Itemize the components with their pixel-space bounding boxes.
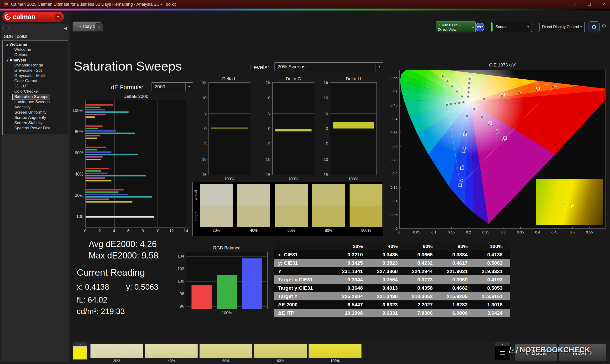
rgb-xlabel: 100%	[186, 311, 268, 315]
meter-selector[interactable]: X-Rite i1Pro 2 Direct View ▼	[436, 21, 476, 32]
patch-swatch-40%[interactable]	[145, 344, 198, 358]
deltaC-plot	[272, 82, 314, 175]
sidebar-item-screen-stability[interactable]: Screen Stability	[13, 120, 44, 126]
cie-xtick-label: 0.25	[481, 230, 491, 234]
rgb-bar-green	[217, 275, 237, 309]
results-table: 20%40%60%80%100%x: CIE310.32100.34350.36…	[274, 242, 510, 317]
back-label: Back	[531, 349, 546, 356]
value-cell: 213.6151	[475, 292, 510, 300]
sidebar-item-saturation-sweeps[interactable]: Saturation Sweeps	[13, 94, 50, 100]
row-label-cell: ΔE 2000	[274, 300, 335, 309]
expander-icon[interactable]: ◢	[6, 43, 8, 46]
workspace-gear-icon[interactable]: ⚙	[601, 23, 606, 29]
cie-measured-marker	[441, 75, 444, 78]
minimize-button[interactable]: −	[572, 2, 578, 7]
add-tab-button[interactable]: +	[95, 23, 104, 31]
sidebar-item-luminance-sweeps[interactable]: Luminance Sweeps	[13, 100, 51, 105]
axis-tick-label: 98	[171, 292, 184, 296]
grid-line	[330, 144, 376, 144]
patch-swatch-100%[interactable]	[309, 344, 362, 358]
de-bar-yellow	[86, 201, 132, 203]
target-patch-100%	[350, 206, 382, 227]
cie-measured-marker	[495, 131, 497, 133]
cie-ytick-label: 0.05	[383, 213, 397, 217]
cie-xtick-label: 0.1	[429, 230, 439, 234]
sidebar-item-colorchecker[interactable]: ColorChecker	[13, 89, 41, 94]
de-bar-green	[86, 149, 97, 151]
meter-count-badge[interactable]: 237	[476, 23, 484, 31]
sidebar-item-additivity[interactable]: Additivity	[13, 105, 32, 110]
de-bar-magenta	[86, 135, 101, 136]
sidebar-item-options[interactable]: Options	[13, 52, 30, 58]
de-bar-magenta	[86, 114, 106, 115]
cie-measured-marker	[468, 82, 470, 84]
de-bar-green	[86, 128, 98, 129]
de-formula-dropdown[interactable]: 2000 ▼	[152, 82, 193, 91]
logo-menu-arrow-icon[interactable]: ▼	[55, 13, 62, 20]
de-bar-white	[86, 216, 155, 218]
display-panel-tab[interactable]: ▲	[495, 342, 510, 346]
cie-measured-marker	[468, 78, 471, 80]
sidebar-item-dynamic-range[interactable]: Dynamic Range	[13, 63, 45, 68]
sidebar-item-grayscale-2pt[interactable]: Grayscale - 2pt	[13, 68, 43, 73]
row-label-cell: y: CIE31	[274, 259, 335, 267]
de-bar-blue	[86, 172, 108, 174]
cie-measured-marker	[473, 108, 476, 111]
axis-tick-label: -10	[315, 157, 328, 162]
cie-measured-marker	[462, 163, 464, 166]
value-cell: 225.2984	[335, 292, 370, 300]
patch-swatch-80%[interactable]	[254, 344, 307, 358]
levels-value: 20% Sweeps	[278, 64, 305, 70]
sidebar-collapse-icon[interactable]: ◀	[64, 26, 67, 31]
sidebar-item-welcome[interactable]: Welcome	[13, 47, 33, 52]
target-patch-80%	[312, 206, 345, 227]
window-title: Calman 2025 Calman Ultimate for Business…	[11, 2, 176, 7]
source-selector[interactable]: Source ▼	[491, 22, 532, 32]
tree-section-welcome[interactable]: ◢Welcome	[3, 42, 68, 47]
de-bar-blue	[86, 130, 116, 132]
table-header-cell: 20%	[335, 242, 370, 250]
cie-xtick-label: 0.5	[567, 230, 577, 234]
expander-icon[interactable]: ◢	[6, 59, 8, 62]
current-x-value: x: 0.4138	[77, 283, 109, 291]
display-window-icon	[500, 351, 506, 355]
axis-tick-label: -15	[315, 172, 328, 177]
back-button[interactable]: ‹ Back	[514, 344, 557, 361]
levels-dropdown[interactable]: 20% Sweeps ▼	[274, 62, 383, 71]
de-bar-green	[86, 106, 101, 108]
sidebar-item-color-gamut[interactable]: Color Gamut	[13, 78, 39, 84]
current-patch-tab[interactable]: ▲	[73, 342, 87, 346]
sidebar-item-screen-uniformity[interactable]: Screen Uniformity	[13, 110, 48, 115]
sdr-tree: ◢WelcomeWelcomeOptions◢AnalysisDynamic R…	[2, 40, 68, 135]
meter-line1: X-Rite i1Pro 2	[438, 23, 473, 27]
cie-measured-marker	[480, 116, 483, 118]
patch-swatch-20%[interactable]	[90, 344, 143, 358]
close-button[interactable]: ×	[600, 2, 607, 7]
patch-swatch-60%[interactable]	[199, 344, 252, 358]
value-cell: 0.4138	[475, 250, 510, 259]
settings-button[interactable]: ⚙	[589, 21, 599, 32]
calman-logo-button[interactable]: calman ▼	[2, 12, 64, 22]
de-bar-cyan	[86, 196, 152, 198]
cie-xtick-label: 0.15	[447, 230, 456, 234]
table-header-row: 20%40%60%80%100%	[274, 242, 510, 250]
sidebar-item-grayscale-multi[interactable]: Grayscale - Multi	[13, 73, 46, 78]
table-row: x: CIE310.32100.34350.36660.38840.4138	[274, 250, 510, 259]
value-cell: 0.3564	[370, 275, 405, 284]
maximize-button[interactable]: □	[586, 2, 592, 7]
sidebar-item-3d-lut[interactable]: 3D LUT	[13, 84, 30, 89]
target-patch-40%	[237, 206, 270, 227]
next-button[interactable]: Next ›	[559, 344, 606, 361]
sidebar-item-screen-angularity[interactable]: Screen Angularity	[13, 115, 48, 120]
cie-measured-marker	[488, 123, 490, 126]
sidebar-item-spectral-power-dist-[interactable]: Spectral Power Dist.	[13, 126, 53, 131]
pattern-window-button[interactable]	[495, 346, 510, 360]
grid-line	[100, 100, 100, 228]
display-control-selector[interactable]: Direct Display Control ▼	[538, 22, 585, 32]
grid-line	[209, 98, 250, 98]
tree-section-analysis[interactable]: ◢Analysis	[3, 58, 68, 63]
deltaH-ylabels: 151050-5-10-15	[315, 82, 328, 175]
sidebar-pin-button[interactable]	[3, 26, 9, 31]
axis-tick-label: 10	[257, 96, 271, 101]
cie-measured-marker	[456, 90, 458, 93]
